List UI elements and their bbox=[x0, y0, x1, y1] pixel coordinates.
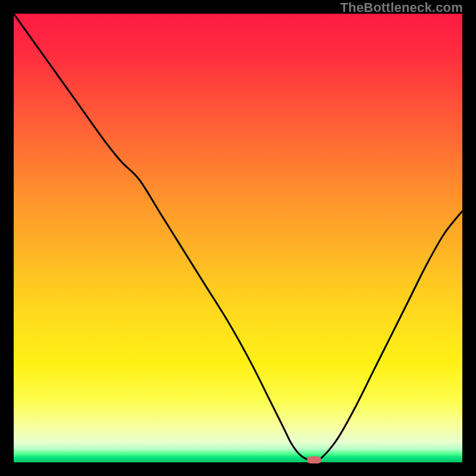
plot-area bbox=[14, 14, 462, 462]
optimal-point-marker bbox=[307, 456, 321, 464]
chart-frame: TheBottleneck.com bbox=[0, 0, 476, 476]
curve-layer bbox=[14, 14, 462, 462]
bottleneck-curve bbox=[14, 14, 462, 462]
